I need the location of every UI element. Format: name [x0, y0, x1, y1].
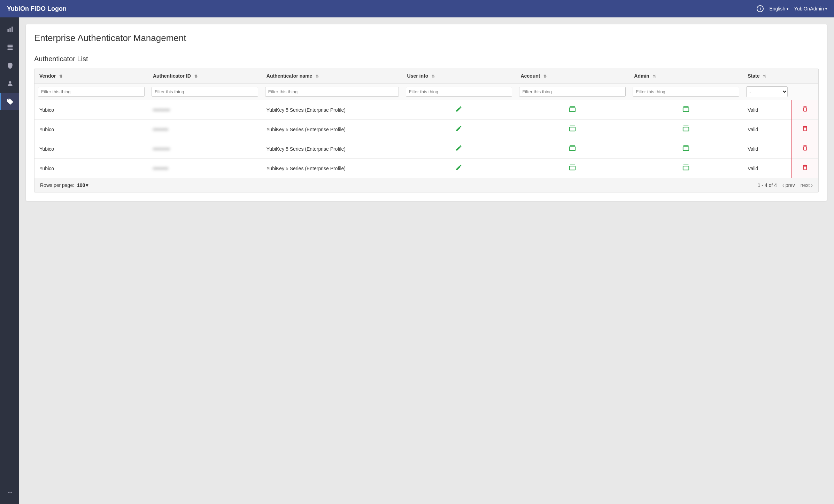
account-icon[interactable]: [569, 164, 576, 173]
sidebar-item-toggle[interactable]: ↔: [0, 484, 19, 501]
info-icon-label: i: [760, 6, 761, 11]
admin-icon[interactable]: [682, 144, 690, 153]
cell-state: Valid: [743, 120, 791, 139]
cell-user-info: [402, 100, 516, 120]
auth-id-value: •••••••••: [153, 127, 168, 132]
account-icon[interactable]: [569, 105, 576, 115]
rows-per-page-select[interactable]: 100 ▾: [77, 182, 88, 188]
filter-auth-name-input[interactable]: [265, 87, 399, 97]
cell-admin: [629, 120, 743, 139]
filter-user-info-cell: [402, 83, 516, 100]
col-auth-name-sort: ⇅: [316, 74, 319, 79]
info-icon[interactable]: i: [757, 5, 764, 12]
cell-user-info: [402, 120, 516, 139]
delete-button[interactable]: [802, 164, 809, 173]
user-info-edit-icon[interactable]: [455, 144, 462, 153]
col-user-info[interactable]: User info ⇅: [402, 69, 516, 83]
filter-auth-id-input[interactable]: [152, 87, 258, 97]
col-admin-label: Admin: [634, 73, 649, 79]
navbar: YubiOn FIDO Logon i English YubiOnAdmin: [0, 0, 834, 17]
table-row: Yubico••••••••••YubiKey 5 Series (Enterp…: [34, 139, 818, 159]
filter-state-select[interactable]: - Valid Invalid: [746, 86, 788, 97]
authenticator-table: Vendor ⇅ Authenticator ID ⇅ Authenticato…: [34, 69, 818, 178]
rows-per-page: Rows per page: 100 ▾: [40, 182, 88, 188]
account-icon[interactable]: [569, 125, 576, 134]
table-filter-row: - Valid Invalid: [34, 83, 818, 100]
user-info-edit-icon[interactable]: [455, 105, 462, 114]
table-row: Yubico••••••••••YubiKey 5 Series (Enterp…: [34, 100, 818, 120]
col-auth-name-label: Authenticator name: [267, 73, 312, 79]
col-user-info-sort: ⇅: [432, 74, 435, 79]
main-content: Enterprise Authenticator Management Auth…: [19, 17, 834, 504]
filter-auth-id-cell: [148, 83, 262, 100]
admin-icon[interactable]: [682, 164, 690, 173]
col-auth-id[interactable]: Authenticator ID ⇅: [148, 69, 262, 83]
language-label: English: [769, 6, 785, 11]
delete-button[interactable]: [802, 105, 809, 114]
language-button[interactable]: English: [769, 6, 788, 11]
user-info-edit-icon[interactable]: [455, 125, 462, 134]
account-icon[interactable]: [569, 144, 576, 153]
cell-state: Valid: [743, 159, 791, 178]
next-arrow: ›: [811, 182, 813, 188]
col-vendor[interactable]: Vendor ⇅: [34, 69, 148, 83]
col-account-sort: ⇅: [543, 74, 547, 79]
col-actions: [791, 69, 818, 83]
filter-user-info-input[interactable]: [406, 87, 512, 97]
svg-rect-2: [11, 27, 13, 32]
user-info-edit-icon[interactable]: [455, 164, 462, 173]
cell-delete: [791, 100, 818, 120]
cell-auth-id: ••••••••••: [148, 100, 262, 120]
cell-admin: [629, 159, 743, 178]
sidebar-item-tag[interactable]: [0, 93, 19, 110]
delete-button[interactable]: [802, 144, 809, 153]
delete-button[interactable]: [802, 125, 809, 134]
cell-account: [516, 120, 629, 139]
auth-id-value: •••••••••: [153, 166, 168, 171]
prev-label: prev: [786, 182, 795, 188]
cell-account: [516, 100, 629, 120]
cell-admin: [629, 100, 743, 120]
filter-admin-input[interactable]: [633, 87, 739, 97]
rows-per-page-value: 100: [77, 182, 85, 188]
cell-auth-name: YubiKey 5 Series (Enterprise Profile): [262, 159, 402, 178]
sidebar: ↔: [0, 17, 19, 504]
cell-state: Valid: [743, 139, 791, 159]
col-auth-name[interactable]: Authenticator name ⇅: [262, 69, 402, 83]
col-state[interactable]: State ⇅: [743, 69, 791, 83]
svg-rect-6: [7, 49, 13, 50]
auth-id-value: ••••••••••: [153, 107, 170, 113]
toggle-icon: ↔: [7, 489, 13, 496]
cell-auth-name: YubiKey 5 Series (Enterprise Profile): [262, 139, 402, 159]
app-brand: YubiOn FIDO Logon: [7, 5, 757, 13]
col-state-sort: ⇅: [763, 74, 766, 79]
next-page-button[interactable]: next ›: [801, 182, 813, 188]
filter-account-input[interactable]: [519, 87, 626, 97]
sidebar-item-user[interactable]: [0, 75, 19, 92]
cell-account: [516, 159, 629, 178]
svg-rect-0: [7, 29, 8, 32]
svg-rect-5: [7, 48, 13, 49]
authenticator-table-container: Vendor ⇅ Authenticator ID ⇅ Authenticato…: [34, 69, 819, 192]
sidebar-item-table[interactable]: [0, 39, 19, 56]
sidebar-item-chart[interactable]: [0, 21, 19, 38]
table-footer: Rows per page: 100 ▾ 1 - 4 of 4 ‹ prev: [34, 178, 818, 192]
svg-rect-1: [9, 28, 10, 32]
user-menu-button[interactable]: YubiOnAdmin: [794, 6, 827, 11]
cell-auth-id: ••••••••••: [148, 139, 262, 159]
auth-id-value: ••••••••••: [153, 146, 170, 152]
admin-icon[interactable]: [682, 125, 690, 134]
col-account[interactable]: Account ⇅: [516, 69, 629, 83]
col-admin[interactable]: Admin ⇅: [629, 69, 743, 83]
prev-page-button[interactable]: ‹ prev: [782, 182, 795, 188]
cell-auth-id: •••••••••: [148, 120, 262, 139]
col-auth-id-sort: ⇅: [194, 74, 198, 79]
cell-user-info: [402, 159, 516, 178]
svg-rect-3: [7, 45, 13, 46]
sidebar-item-shield[interactable]: [0, 57, 19, 74]
filter-auth-name-cell: [262, 83, 402, 100]
admin-icon[interactable]: [682, 105, 690, 115]
table-body: Yubico••••••••••YubiKey 5 Series (Enterp…: [34, 100, 818, 178]
filter-vendor-input[interactable]: [38, 87, 145, 97]
filter-admin-cell: [629, 83, 743, 100]
